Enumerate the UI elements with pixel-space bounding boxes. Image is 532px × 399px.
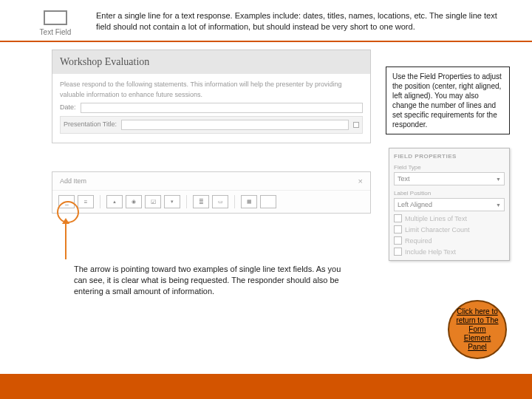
- date-input[interactable]: [81, 103, 363, 113]
- field-type-label: Field Type: [394, 164, 505, 171]
- separator-icon: [186, 195, 187, 208]
- return-link-text: Click here to return to The Form Element…: [455, 307, 499, 352]
- radio-tool-icon[interactable]: [126, 195, 142, 208]
- label-position-select[interactable]: Left Aligned ▼: [394, 198, 505, 211]
- limit-chars-checkbox[interactable]: Limit Character Count: [394, 225, 505, 233]
- label-position-label: Label Position: [394, 190, 505, 197]
- misc-tool-icon[interactable]: [260, 195, 276, 208]
- help-text-label: Include Help Text: [405, 248, 456, 256]
- callout-text: Use the Field Properties to adjust the p…: [392, 72, 502, 129]
- checkbox-icon: [394, 225, 402, 233]
- chevron-down-icon: ▼: [496, 177, 501, 182]
- image-tool-icon[interactable]: [106, 195, 123, 208]
- add-item-label: Add Item: [60, 177, 86, 185]
- arrow-caption: The arrow is pointing toward two example…: [74, 264, 347, 297]
- form-intro: Please respond to the following statemen…: [60, 80, 363, 100]
- grid-tool-icon[interactable]: [241, 195, 257, 208]
- checkbox-tool-icon[interactable]: [145, 195, 161, 208]
- required-checkbox[interactable]: Required: [394, 236, 505, 245]
- properties-header: FIELD PROPERTIES: [394, 153, 505, 160]
- section-tool-icon[interactable]: [212, 195, 228, 208]
- date-label: Date:: [60, 103, 76, 113]
- textfield-icon-label: Text Field: [22, 28, 89, 36]
- close-icon[interactable]: ×: [358, 177, 363, 185]
- help-text-checkbox[interactable]: Include Help Text: [394, 248, 505, 256]
- footer-bar: [0, 374, 532, 399]
- arrow-up-icon: [65, 222, 66, 259]
- multiline-checkbox[interactable]: Multiple Lines of Text: [394, 214, 505, 222]
- textfield-icon: [44, 10, 67, 25]
- form-title: Workshop Evaluation: [52, 50, 370, 74]
- checkbox-icon: [394, 248, 402, 256]
- form-preview: Workshop Evaluation Please respond to th…: [52, 50, 371, 143]
- field-properties-panel: FIELD PROPERTIES Field Type Text ▼ Label…: [389, 148, 510, 261]
- callout-box: Use the Field Properties to adjust the p…: [386, 66, 510, 134]
- required-label: Required: [405, 237, 432, 245]
- list-tool-icon[interactable]: [193, 195, 209, 208]
- checkbox-icon: [394, 214, 402, 222]
- field-handle-icon[interactable]: [353, 122, 359, 128]
- label-position-value: Left Aligned: [398, 201, 432, 208]
- separator-icon: [234, 195, 235, 208]
- dropdown-tool-icon[interactable]: [164, 195, 180, 208]
- limit-chars-label: Limit Character Count: [405, 226, 470, 233]
- header-row: Text Field Enter a single line for a tex…: [0, 0, 532, 42]
- separator-icon: [100, 195, 100, 208]
- multiline-label: Multiple Lines of Text: [405, 215, 467, 222]
- paragraph-tool-icon[interactable]: [78, 195, 94, 208]
- chevron-down-icon: ▼: [496, 202, 501, 208]
- header-description: Enter a single line for a text response.…: [89, 10, 510, 33]
- field-type-value: Text: [398, 175, 410, 183]
- presentation-title-label: Presentation Title:: [64, 120, 117, 130]
- textfield-icon-block: Text Field: [22, 10, 89, 36]
- return-link-button[interactable]: Click here to return to The Form Element…: [448, 300, 507, 359]
- checkbox-icon: [394, 236, 402, 245]
- main-area: Workshop Evaluation Please respond to th…: [0, 42, 532, 50]
- field-type-select[interactable]: Text ▼: [394, 172, 505, 185]
- presentation-title-input[interactable]: [121, 120, 349, 130]
- add-item-toolbar: Add Item ×: [52, 171, 371, 214]
